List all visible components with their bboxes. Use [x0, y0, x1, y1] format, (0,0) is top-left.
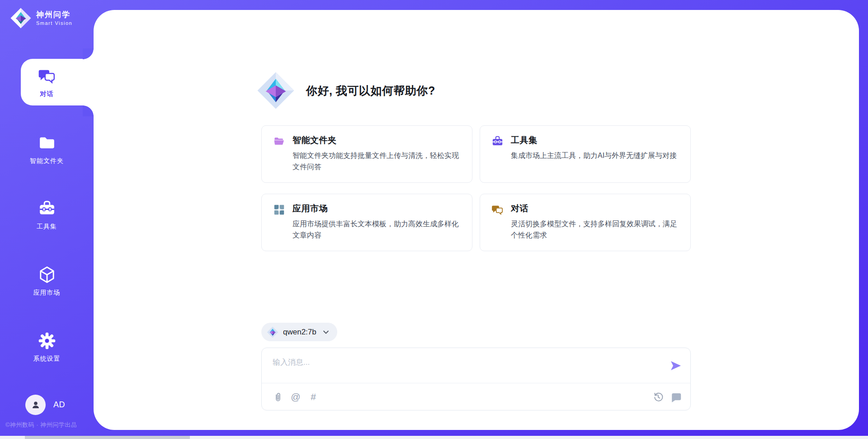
sidebar-item-label: 系统设置	[0, 355, 94, 363]
composer-toolbar-right	[653, 391, 681, 402]
chat-icon	[38, 67, 56, 85]
history-icon[interactable]	[653, 391, 664, 402]
sidebar-item-chat[interactable]: 对话	[0, 67, 94, 98]
card-app-market[interactable]: 应用市场 应用市场提供丰富长文本模板，助力高效生成多样化文章内容	[261, 194, 472, 251]
card-description: 集成市场上主流工具，助力AI与外界无缝扩展与对接	[511, 150, 680, 162]
avatar	[25, 395, 46, 415]
sidebar-item-label: 应用市场	[0, 289, 94, 297]
main-panel: 你好, 我可以如何帮助你? 智能文件夹 智能文件夹功能支持批量文件上传与清洗，轻…	[94, 10, 859, 430]
sidebar-item-label: 智能文件夹	[0, 157, 94, 165]
greeting-block: 你好, 我可以如何帮助你?	[256, 71, 435, 110]
pill-scoop-bottom	[83, 105, 94, 116]
sidebar-item-toolset[interactable]: 工具集	[0, 200, 94, 231]
card-chat[interactable]: 对话 灵活切换多模型文件，支持多样回复效果调试，满足个性化需求	[480, 194, 691, 251]
folder-icon	[38, 134, 56, 152]
toolbox-icon	[491, 135, 504, 148]
user-name: AD	[53, 400, 65, 410]
chat-icon	[491, 204, 504, 216]
pill-scoop-top	[83, 48, 94, 59]
brand-logo-icon	[10, 7, 32, 29]
feature-cards: 智能文件夹 智能文件夹功能支持批量文件上传与清洗，轻松实现文件问答 工具集 集成…	[261, 125, 691, 251]
chevron-down-icon	[322, 328, 330, 336]
toolbox-icon	[38, 200, 56, 218]
card-title: 智能文件夹	[292, 134, 462, 146]
horizontal-scrollbar-thumb[interactable]	[25, 436, 190, 439]
sidebar-item-app-market[interactable]: 应用市场	[0, 266, 94, 297]
folder-open-icon	[273, 135, 285, 148]
message-composer: @ #	[261, 348, 691, 410]
composer-toolbar-left: @ #	[273, 391, 319, 402]
user-profile[interactable]: AD	[25, 395, 65, 415]
model-logo-icon	[267, 326, 278, 338]
model-name: qwen2:7b	[283, 328, 316, 337]
card-description: 应用市场提供丰富长文本模板，助力高效生成多样化文章内容	[292, 219, 462, 241]
model-selector[interactable]: qwen2:7b	[261, 323, 337, 341]
copyright-text: ©神州数码 · 神州问学出品	[5, 421, 77, 429]
send-icon	[670, 360, 681, 372]
send-button[interactable]	[670, 360, 681, 372]
attachment-icon[interactable]	[273, 391, 283, 402]
app-logo-icon	[256, 71, 295, 110]
gear-icon	[38, 332, 56, 350]
brand-name: 神州问学	[36, 10, 72, 19]
brand-subtitle: Smart Vision	[36, 20, 72, 26]
sidebar-item-settings[interactable]: 系统设置	[0, 332, 94, 363]
card-description: 灵活切换多模型文件，支持多样回复效果调试，满足个性化需求	[511, 219, 680, 241]
person-icon	[30, 399, 42, 411]
message-input[interactable]	[273, 356, 652, 369]
sidebar: 神州问学 Smart Vision 对话 智能文件夹 工具集	[0, 0, 94, 439]
topic-icon[interactable]: #	[308, 391, 319, 402]
sidebar-item-label: 工具集	[0, 223, 94, 231]
card-smart-folder[interactable]: 智能文件夹 智能文件夹功能支持批量文件上传与清洗，轻松实现文件问答	[261, 125, 472, 183]
sidebar-item-label: 对话	[0, 90, 94, 98]
sidebar-item-smart-folder[interactable]: 智能文件夹	[0, 134, 94, 165]
brand-logo-block: 神州问学 Smart Vision	[10, 7, 72, 29]
greeting-title: 你好, 我可以如何帮助你?	[306, 83, 435, 98]
horizontal-scrollbar[interactable]	[0, 436, 868, 439]
cube-icon	[38, 266, 56, 284]
card-title: 应用市场	[292, 203, 462, 215]
conversations-icon[interactable]	[670, 391, 681, 402]
card-description: 智能文件夹功能支持批量文件上传与清洗，轻松实现文件问答	[292, 150, 462, 173]
card-toolset[interactable]: 工具集 集成市场上主流工具，助力AI与外界无缝扩展与对接	[480, 125, 691, 183]
composer-divider	[262, 383, 690, 383]
card-title: 工具集	[511, 134, 680, 146]
mention-icon[interactable]: @	[290, 391, 301, 402]
grid-icon	[273, 204, 285, 216]
card-title: 对话	[511, 203, 680, 215]
